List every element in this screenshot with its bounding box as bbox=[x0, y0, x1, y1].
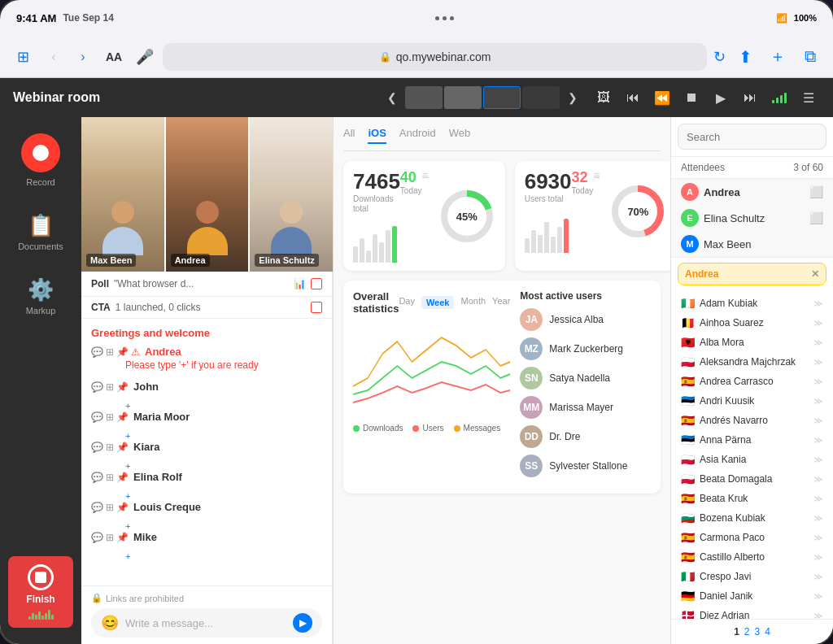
msg-icon-kiara-3[interactable]: 📌 bbox=[116, 442, 129, 453]
msg-icon-louis-3[interactable]: 📌 bbox=[116, 502, 129, 513]
attendee-action-bozena[interactable]: ≫ bbox=[813, 513, 823, 524]
msg-icon-mike-3[interactable]: 📌 bbox=[116, 532, 129, 543]
attendee-action-diez[interactable]: ≫ bbox=[813, 611, 823, 620]
period-year[interactable]: Year bbox=[492, 296, 510, 309]
sidebar-item-documents[interactable]: 📋 Documents bbox=[8, 207, 73, 258]
attendee-action-daniel[interactable]: ≫ bbox=[813, 591, 823, 602]
poll-chart-icon[interactable]: 📊 bbox=[294, 278, 306, 289]
tab-all[interactable]: All bbox=[343, 127, 355, 144]
attendee-action-andri[interactable]: ≫ bbox=[813, 396, 823, 407]
finish-button[interactable]: Finish bbox=[8, 556, 73, 628]
msg-icon-kiara-2[interactable]: ⊞ bbox=[106, 442, 114, 453]
tabs-button[interactable]: ⧉ bbox=[797, 44, 823, 70]
msg-icon-maria-2[interactable]: ⊞ bbox=[106, 411, 114, 423]
msg-icon-3[interactable]: 📌 bbox=[116, 346, 129, 358]
sidebar-toggle-icon[interactable]: ⊞ bbox=[10, 44, 36, 70]
msg-icon-elinarolf-3[interactable]: 📌 bbox=[116, 472, 129, 483]
period-day[interactable]: Day bbox=[399, 296, 415, 309]
attendee-action-beata-d[interactable]: ≫ bbox=[813, 474, 823, 485]
attendee-action-aleksandra[interactable]: ≫ bbox=[813, 357, 823, 368]
msg-plus-mike[interactable]: + bbox=[91, 551, 322, 561]
msg-plus-maria[interactable]: + bbox=[91, 431, 322, 441]
url-bar[interactable]: 🔒 qo.mywebinar.com bbox=[163, 43, 707, 71]
cta-checkbox[interactable] bbox=[311, 302, 322, 313]
attendee-action-alba[interactable]: ≫ bbox=[813, 337, 823, 348]
msg-icon-2[interactable]: ⊞ bbox=[106, 346, 114, 358]
period-month[interactable]: Month bbox=[460, 296, 486, 309]
attendee-action-anna[interactable]: ≫ bbox=[813, 435, 823, 446]
skip-forward-button[interactable]: ⏭ bbox=[739, 86, 761, 109]
prev-button[interactable]: ⏪ bbox=[651, 86, 674, 109]
poll-checkbox[interactable] bbox=[311, 278, 322, 289]
video-thumb-2[interactable] bbox=[444, 86, 482, 109]
attendee-action-adam[interactable]: ≫ bbox=[813, 298, 823, 309]
tab-ios[interactable]: iOS bbox=[368, 127, 386, 144]
reload-button[interactable]: ↻ bbox=[713, 48, 726, 66]
page-3[interactable]: 3 bbox=[755, 626, 761, 637]
attendee-action-asia[interactable]: ≫ bbox=[813, 455, 823, 465]
nav-left-button[interactable]: ❮ bbox=[382, 88, 402, 107]
send-button[interactable]: ▶ bbox=[293, 613, 312, 633]
attendee-action-andrea[interactable]: ⬜ bbox=[809, 185, 823, 198]
msg-plus-john[interactable]: + bbox=[91, 401, 322, 411]
sidebar-item-record[interactable]: Record bbox=[8, 127, 73, 194]
emoji-button[interactable]: 😊 bbox=[101, 614, 119, 632]
page-2[interactable]: 2 bbox=[744, 626, 750, 637]
downloads-menu-button[interactable]: ≡ bbox=[422, 169, 429, 182]
forward-button[interactable]: › bbox=[72, 46, 94, 68]
stop-button[interactable]: ⏹ bbox=[680, 86, 703, 109]
msg-plus-kiara[interactable]: + bbox=[91, 461, 322, 471]
search-input[interactable] bbox=[678, 124, 826, 150]
image-view-button[interactable]: 🖼 bbox=[592, 86, 615, 109]
text-size-button[interactable]: AA bbox=[101, 47, 127, 67]
menu-button[interactable]: ☰ bbox=[797, 86, 820, 109]
msg-icon-louis-1[interactable]: 💬 bbox=[91, 502, 103, 513]
attendee-action-carmona[interactable]: ≫ bbox=[813, 533, 823, 543]
legend-label-messages: Messages bbox=[464, 424, 501, 433]
attendee-action-beata-k[interactable]: ≫ bbox=[813, 494, 823, 504]
skip-back-button[interactable]: ⏮ bbox=[621, 86, 644, 109]
tab-web[interactable]: Web bbox=[449, 127, 471, 144]
new-tab-button[interactable]: ＋ bbox=[765, 44, 791, 70]
play-button[interactable]: ▶ bbox=[709, 86, 732, 109]
msg-icon-maria-3[interactable]: 📌 bbox=[116, 411, 129, 423]
msg-icon-1[interactable]: 💬 bbox=[91, 346, 103, 358]
attendee-action-andrea-c[interactable]: ≫ bbox=[813, 376, 823, 387]
users-menu-button[interactable]: ≡ bbox=[593, 169, 600, 182]
msg-icon-john-2[interactable]: ⊞ bbox=[106, 381, 114, 393]
microphone-icon[interactable]: 🎤 bbox=[133, 46, 156, 68]
msg-plus-elinarolf[interactable]: + bbox=[91, 491, 322, 501]
audio-bar-1 bbox=[28, 616, 31, 620]
users-donut: 70% bbox=[609, 183, 666, 240]
msg-plus-louis[interactable]: + bbox=[91, 521, 322, 531]
msg-icon-mike-2[interactable]: ⊞ bbox=[106, 532, 114, 543]
video-thumb-1[interactable] bbox=[405, 86, 443, 109]
tab-android[interactable]: Android bbox=[399, 127, 436, 144]
page-1[interactable]: 1 bbox=[734, 626, 739, 637]
left-sidebar: Record 📋 Documents ⚙️ Markup bbox=[0, 117, 81, 644]
attendees-label: Attendees bbox=[681, 162, 725, 173]
sidebar-item-markup[interactable]: ⚙️ Markup bbox=[8, 271, 73, 322]
attendee-action-crespo[interactable]: ≫ bbox=[813, 572, 823, 582]
share-button[interactable]: ⬆ bbox=[732, 44, 758, 70]
attendee-action-ainhoa[interactable]: ≫ bbox=[813, 318, 823, 329]
period-week[interactable]: Week bbox=[421, 296, 455, 309]
attendee-action-elina[interactable]: ⬜ bbox=[809, 211, 823, 224]
attendee-item-andrea-c: 🇪🇸 Andrea Carrasco ≫ bbox=[671, 372, 833, 391]
msg-icon-elinarolf-2[interactable]: ⊞ bbox=[106, 472, 114, 483]
andrea-close-button[interactable]: ✕ bbox=[811, 268, 819, 280]
nav-right-button[interactable]: ❯ bbox=[563, 88, 582, 107]
msg-icon-john-1[interactable]: 💬 bbox=[91, 381, 103, 393]
msg-icon-mike-1[interactable]: 💬 bbox=[91, 532, 103, 543]
attendee-action-castillo[interactable]: ≫ bbox=[813, 552, 823, 563]
page-4[interactable]: 4 bbox=[765, 626, 770, 637]
video-thumb-3[interactable] bbox=[483, 86, 521, 109]
msg-icon-kiara-1[interactable]: 💬 bbox=[91, 442, 103, 453]
msg-icon-elinarolf-1[interactable]: 💬 bbox=[91, 472, 103, 483]
msg-icon-maria-1[interactable]: 💬 bbox=[91, 411, 103, 423]
back-button[interactable]: ‹ bbox=[42, 46, 65, 68]
msg-icon-john-3[interactable]: 📌 bbox=[116, 381, 129, 393]
record-button[interactable] bbox=[21, 133, 60, 172]
attendee-action-andres[interactable]: ≫ bbox=[813, 416, 823, 426]
msg-icon-louis-2[interactable]: ⊞ bbox=[106, 502, 114, 513]
